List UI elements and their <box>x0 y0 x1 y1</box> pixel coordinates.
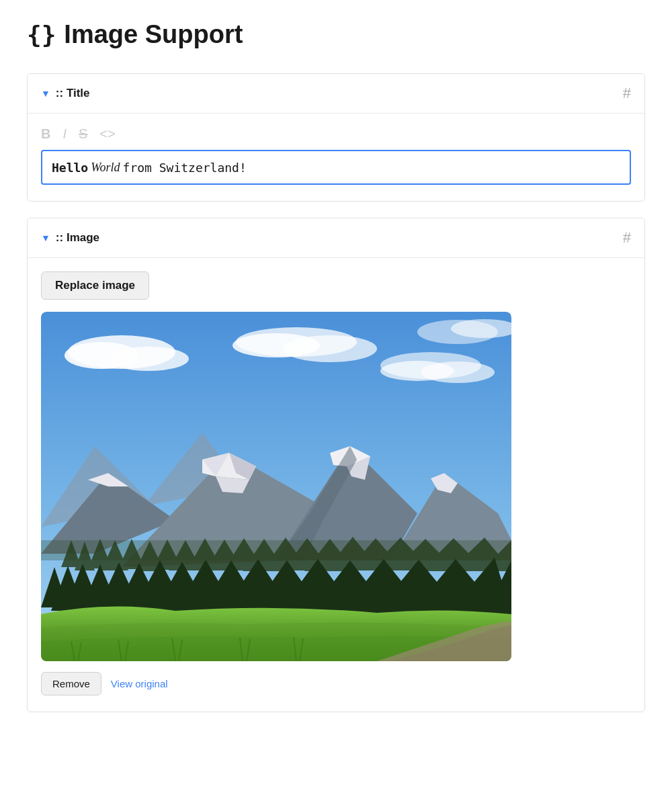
formatting-toolbar: B I S <> <box>41 127 631 140</box>
title-section-hash[interactable]: # <box>623 85 631 102</box>
image-section-label: :: Image <box>56 231 99 245</box>
title-italic-text: World <box>91 161 120 175</box>
image-collapse-icon[interactable]: ▼ <box>41 232 50 243</box>
view-original-link[interactable]: View original <box>111 678 168 689</box>
page-header: {} Image Support <box>27 20 645 49</box>
title-section-body: B I S <> Hello World from Switzerland! <box>28 114 644 201</box>
image-section-header: ▼ :: Image # <box>28 218 644 258</box>
strikethrough-button[interactable]: S <box>79 127 87 140</box>
title-bold-text: Hello <box>52 161 88 175</box>
replace-image-button[interactable]: Replace image <box>41 271 149 300</box>
title-section-header: ▼ :: Title # <box>28 74 644 114</box>
code-button[interactable]: <> <box>99 127 115 140</box>
collapse-icon[interactable]: ▼ <box>41 88 50 99</box>
title-section-card: ▼ :: Title # B I S <> Hello World from S… <box>27 73 645 202</box>
page-title: Image Support <box>64 20 243 49</box>
image-container <box>41 312 511 661</box>
remove-image-button[interactable]: Remove <box>41 672 101 695</box>
mountain-image <box>41 312 511 661</box>
image-section-hash[interactable]: # <box>623 229 631 247</box>
page-icon: {} <box>27 21 56 48</box>
title-section-label: :: Title <box>56 87 90 100</box>
italic-button[interactable]: I <box>62 127 67 140</box>
svg-point-9 <box>421 362 495 383</box>
title-rest-text: from Switzerland! <box>123 161 247 175</box>
image-section-body: Replace image <box>28 258 644 712</box>
title-input[interactable]: Hello World from Switzerland! <box>41 150 631 185</box>
bold-button[interactable]: B <box>41 127 50 140</box>
svg-point-6 <box>283 335 377 362</box>
svg-point-3 <box>108 347 189 371</box>
image-section-header-left: ▼ :: Image <box>41 231 99 245</box>
image-actions: Remove View original <box>41 672 631 695</box>
image-section-card: ▼ :: Image # Replace image <box>27 218 645 712</box>
title-section-header-left: ▼ :: Title <box>41 87 90 100</box>
